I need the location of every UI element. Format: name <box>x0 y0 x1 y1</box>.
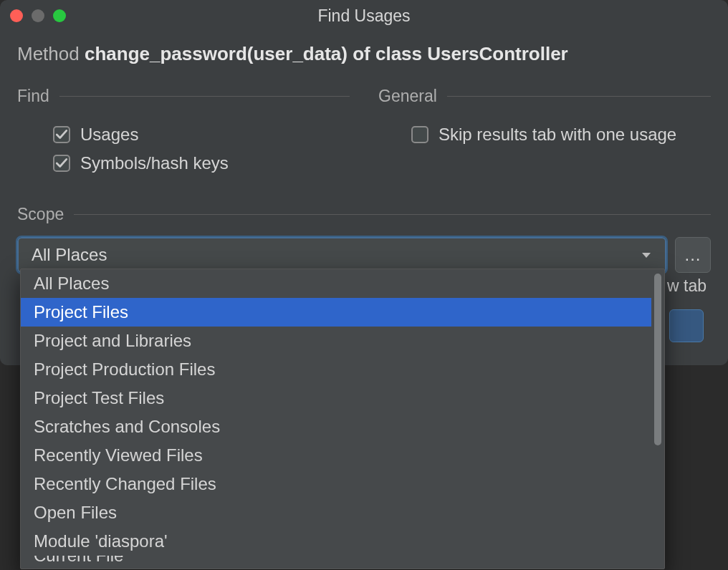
general-group: General Skip results tab with one usage <box>378 87 711 178</box>
find-group: Find Usages Symbols/hash keys <box>17 87 350 178</box>
ellipsis-icon: ... <box>684 245 701 265</box>
scope-group: Scope All Places ... <box>17 205 711 273</box>
usages-checkbox-row[interactable]: Usages <box>17 120 350 149</box>
scrollbar-thumb[interactable] <box>654 274 661 445</box>
symbols-checkbox-row[interactable]: Symbols/hash keys <box>17 149 350 178</box>
scope-option[interactable]: Open Files <box>21 498 651 527</box>
scope-option[interactable]: Module 'diaspora' <box>21 527 651 556</box>
scope-option[interactable]: All Places <box>21 269 651 298</box>
scope-group-label: Scope <box>17 205 64 224</box>
scope-more-button[interactable]: ... <box>675 237 711 273</box>
minimize-window-icon[interactable] <box>32 9 44 22</box>
scope-option[interactable]: Current File <box>21 556 651 569</box>
find-group-label: Find <box>17 87 49 106</box>
scope-option[interactable]: Project and Libraries <box>21 327 651 355</box>
window-title: Find Usages <box>0 6 728 26</box>
symbols-label: Symbols/hash keys <box>80 153 229 173</box>
find-usages-dialog: Find Usages Method change_password(user_… <box>0 0 728 365</box>
scope-option[interactable]: Project Files <box>21 298 651 327</box>
open-new-tab-partial-text: w tab <box>667 276 707 296</box>
skip-results-checkbox-row[interactable]: Skip results tab with one usage <box>378 120 711 149</box>
find-button[interactable] <box>669 309 704 342</box>
checkbox-checked-icon[interactable] <box>53 155 70 172</box>
subject-prefix: Method <box>17 43 85 64</box>
scope-option[interactable]: Project Production Files <box>21 355 651 384</box>
dialog-content: Method change_password(user_data) of cla… <box>0 32 728 287</box>
scope-option[interactable]: Scratches and Consoles <box>21 412 651 441</box>
scope-option[interactable]: Recently Viewed Files <box>21 441 651 470</box>
scope-option[interactable]: Recently Changed Files <box>21 470 651 498</box>
general-group-label: General <box>378 87 437 106</box>
window-controls <box>10 9 66 22</box>
titlebar: Find Usages <box>0 0 728 32</box>
usages-label: Usages <box>80 125 138 145</box>
skip-results-label: Skip results tab with one usage <box>439 125 676 145</box>
checkbox-checked-icon[interactable] <box>53 126 70 143</box>
checkbox-unchecked-icon[interactable] <box>411 126 428 143</box>
divider <box>447 96 711 97</box>
chevron-down-icon <box>641 245 652 265</box>
scope-combobox[interactable]: All Places <box>17 237 666 273</box>
scope-dropdown: All Places Project Files Project and Lib… <box>20 269 665 569</box>
subject-method: change_password(user_data) of class User… <box>85 43 568 64</box>
scope-option[interactable]: Project Test Files <box>21 384 651 412</box>
close-window-icon[interactable] <box>10 9 23 22</box>
divider <box>74 214 711 215</box>
usage-subject: Method change_password(user_data) of cla… <box>17 43 711 65</box>
divider <box>59 96 350 97</box>
scope-selected-value: All Places <box>32 245 107 265</box>
zoom-window-icon[interactable] <box>53 9 66 22</box>
